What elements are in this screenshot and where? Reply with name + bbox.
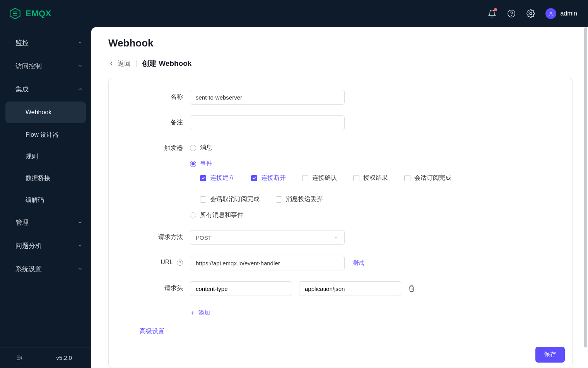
sidebar-item-webhook[interactable]: Webhook — [5, 101, 86, 123]
sidebar-item-settings[interactable]: 系统设置 — [0, 257, 91, 280]
event-checkbox[interactable]: 连接确认 — [302, 174, 337, 182]
brand-name: EMQX — [26, 9, 51, 19]
breadcrumb: 返回 创建 Webhook — [108, 58, 573, 69]
page-title: Webhook — [108, 37, 573, 49]
event-checkbox[interactable]: 消息投递丢弃 — [276, 195, 323, 203]
checkbox-label: 授权结果 — [363, 174, 388, 182]
checkbox-label: 连接建立 — [210, 174, 235, 182]
checkbox-icon — [200, 175, 206, 181]
brand-logo-icon — [9, 7, 22, 20]
main-content: Webhook 返回 创建 Webhook 名称 备注 — [91, 27, 588, 368]
sidebar-item-label: 数据桥接 — [26, 174, 50, 182]
save-button[interactable]: 保存 — [535, 347, 565, 363]
sidebar-item-label: 编解码 — [26, 196, 44, 204]
trigger-label: 触发器 — [124, 141, 190, 152]
url-label: URL ? — [124, 256, 190, 266]
checkbox-icon — [404, 175, 410, 181]
add-header-button[interactable]: 添加 — [190, 309, 210, 316]
scrollbar-thumb[interactable] — [584, 27, 587, 347]
checkbox-label: 会话订阅完成 — [414, 174, 451, 182]
back-label: 返回 — [118, 59, 131, 68]
radio-icon — [190, 212, 196, 218]
checkbox-icon — [200, 196, 206, 203]
sidebar-item-label: 访问控制 — [15, 62, 42, 71]
checkbox-icon — [302, 175, 308, 181]
sidebar-item-integration[interactable]: 集成 — [0, 77, 91, 101]
name-label: 名称 — [124, 90, 190, 101]
collapse-sidebar-icon[interactable] — [15, 354, 23, 362]
scrollbar[interactable] — [584, 27, 587, 368]
user-name: admin — [560, 10, 577, 17]
name-input[interactable] — [190, 90, 345, 105]
checkbox-icon — [276, 196, 282, 203]
help-icon[interactable] — [507, 9, 516, 18]
header-row — [190, 281, 415, 296]
chevron-down-icon — [77, 63, 83, 69]
sidebar-item-management[interactable]: 管理 — [0, 211, 91, 234]
chevron-left-icon — [108, 60, 115, 67]
radio-label: 事件 — [200, 160, 212, 168]
header-key-input[interactable] — [190, 281, 292, 296]
event-checkbox[interactable]: 会话取消订阅完成 — [200, 195, 260, 203]
advanced-settings-link[interactable]: 高级设置 — [140, 327, 557, 335]
sidebar-item-label: 规则 — [26, 153, 38, 161]
trigger-radio-event[interactable]: 事件 — [190, 160, 479, 168]
sidebar-item-codec[interactable]: 编解码 — [0, 189, 91, 211]
chevron-up-icon — [77, 86, 83, 92]
radio-icon — [190, 145, 196, 151]
notification-dot — [494, 8, 497, 11]
svg-point-5 — [511, 15, 512, 15]
sidebar-item-bridge[interactable]: 数据桥接 — [0, 167, 91, 189]
event-checkbox[interactable]: 授权结果 — [353, 174, 388, 182]
trigger-radio-all[interactable]: 所有消息和事件 — [190, 211, 479, 219]
avatar: A — [545, 8, 556, 19]
sidebar-item-label: 问题分析 — [15, 241, 42, 250]
user-menu[interactable]: A admin — [545, 8, 577, 19]
breadcrumb-title: 创建 Webhook — [142, 58, 191, 69]
checkbox-label: 连接确认 — [312, 174, 337, 182]
sidebar-item-label: 监控 — [15, 38, 29, 47]
plus-icon — [190, 310, 195, 316]
select-value: POST — [196, 234, 212, 241]
chevron-down-icon — [77, 220, 83, 225]
sidebar-item-monitor[interactable]: 监控 — [0, 31, 91, 54]
radio-label: 所有消息和事件 — [200, 211, 243, 219]
trigger-radio-message[interactable]: 消息 — [190, 144, 479, 152]
checkbox-label: 消息投递丢弃 — [286, 195, 323, 203]
radio-label: 消息 — [200, 144, 212, 152]
sidebar-item-rules[interactable]: 规则 — [0, 146, 91, 167]
sidebar-item-label: 集成 — [15, 85, 29, 94]
event-checkbox[interactable]: 连接断开 — [251, 174, 286, 182]
radio-icon — [190, 161, 196, 167]
separator — [136, 60, 137, 67]
remark-input[interactable] — [190, 115, 345, 130]
sidebar-item-label: 系统设置 — [15, 265, 42, 273]
chevron-down-icon — [77, 40, 83, 45]
settings-icon[interactable] — [526, 9, 535, 18]
event-checkbox[interactable]: 会话订阅完成 — [404, 174, 451, 182]
method-select[interactable]: POST — [190, 230, 345, 245]
chevron-down-icon — [77, 243, 83, 248]
sidebar-item-access[interactable]: 访问控制 — [0, 54, 91, 77]
notification-icon[interactable] — [487, 9, 497, 18]
checkbox-label: 会话取消订阅完成 — [210, 195, 260, 203]
brand: EMQX — [9, 7, 51, 20]
sidebar-item-diagnose[interactable]: 问题分析 — [0, 234, 91, 257]
checkbox-icon — [353, 175, 359, 181]
checkbox-label: 连接断开 — [261, 174, 286, 182]
sidebar-item-label: Webhook — [26, 109, 51, 116]
header-value-input[interactable] — [299, 281, 401, 296]
trash-icon[interactable] — [408, 285, 415, 292]
test-button[interactable]: 测试 — [352, 260, 364, 267]
question-icon[interactable]: ? — [177, 260, 183, 266]
form-card: 名称 备注 触发器 消息 — [108, 78, 573, 368]
svg-point-6 — [530, 12, 532, 15]
sidebar-item-label: 管理 — [15, 218, 29, 227]
sidebar-item-flow[interactable]: Flow 设计器 — [0, 124, 91, 146]
chevron-down-icon — [333, 235, 339, 240]
url-input[interactable] — [190, 256, 345, 270]
back-button[interactable]: 返回 — [108, 59, 131, 68]
headers-label: 请求头 — [124, 281, 190, 292]
method-label: 请求方法 — [124, 230, 190, 241]
event-checkbox[interactable]: 连接建立 — [200, 174, 235, 182]
